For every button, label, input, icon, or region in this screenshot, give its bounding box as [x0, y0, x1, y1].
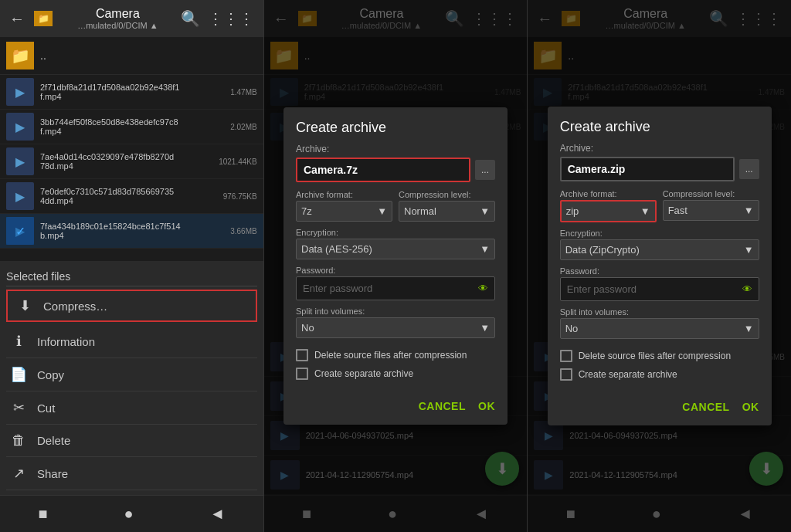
information-label: Information — [37, 335, 95, 348]
share-icon: ↗ — [6, 465, 31, 482]
checkbox-separate-label: Create separate archive — [579, 369, 677, 380]
file-thumb: ▶ — [6, 147, 34, 175]
password-field-row: Enter password 👁 — [296, 276, 495, 300]
action-compress[interactable]: ⬇ Compress… — [6, 290, 257, 322]
eye-icon[interactable]: 👁 — [742, 283, 752, 295]
compression-chevron: ▼ — [480, 205, 490, 217]
encryption-row: Encryption: Data (AES-256) ▼ — [296, 228, 495, 259]
cancel-button[interactable]: CANCEL — [682, 401, 729, 413]
play-icon: ▶ — [15, 154, 25, 169]
action-copy[interactable]: 📄 Copy — [6, 358, 257, 391]
archive-name-input[interactable] — [296, 158, 470, 182]
file-ext: 78d.mp4 — [40, 161, 219, 171]
file-row[interactable]: ▶ 7ae4a0d14cc0329097e478fb8270d 78d.mp4 … — [0, 144, 263, 179]
file-size: 1.47MB — [230, 88, 256, 97]
password-label: Password: — [560, 266, 759, 276]
format-row: Archive format: 7z ▼ Compression level: … — [296, 190, 495, 222]
subtitle-text: …mulated/0/DCIM ▲ — [77, 21, 158, 30]
cancel-button[interactable]: CANCEL — [419, 400, 466, 412]
action-delete[interactable]: 🗑 Delete — [6, 425, 257, 457]
file-row[interactable]: ▶ 3bb744ef50f8ce50d8e438edefc97c8 f.mp4 … — [0, 110, 263, 144]
split-label: Split into volumes: — [296, 307, 495, 316]
checkbox-separate-row[interactable]: Create separate archive — [560, 365, 759, 384]
browse-button[interactable]: ... — [475, 160, 495, 180]
grid-icon[interactable]: ⋮⋮ — [208, 9, 229, 28]
format-row: Archive format: zip ▼ Compression level:… — [560, 189, 759, 222]
archive-name-input[interactable] — [560, 157, 735, 181]
compression-select[interactable]: Normal ▼ — [399, 201, 495, 222]
password-placeholder: Enter password — [303, 283, 372, 294]
delete-icon: 🗑 — [6, 432, 31, 449]
compression-select[interactable]: Fast ▼ — [663, 200, 759, 221]
encryption-select[interactable]: Data (AES-256) ▼ — [296, 239, 495, 259]
panel-2: ← 📁 Camera …mulated/0/DCIM ▲ 🔍 ⋮⋮ ⋮ 📁 ..… — [264, 0, 528, 532]
file-row[interactable]: ▶ 2f71dbf8a21d17d508aa02b92e438f1 f.mp4 … — [0, 75, 263, 110]
file-thumb: ▶ ✓ — [6, 217, 34, 245]
nav-button[interactable]: ◄ — [197, 499, 237, 529]
panel-1: ← 📁 Camera …mulated/0/DCIM ▲ 🔍 ⋮⋮ ⋮ 📁 ..… — [0, 0, 264, 532]
more-icon[interactable]: ⋮ — [236, 9, 257, 28]
eye-icon[interactable]: 👁 — [478, 283, 488, 294]
nav-bar: ■●◄ — [0, 495, 263, 532]
format-select[interactable]: 7z ▼ — [296, 201, 392, 222]
compression-group: Compression level: Fast ▼ — [663, 189, 759, 222]
checkbox-delete-row[interactable]: Delete source files after compression — [296, 346, 495, 364]
format-label: Archive format: — [560, 189, 657, 198]
nav-button[interactable]: ■ — [25, 499, 59, 529]
password-label: Password: — [296, 266, 495, 275]
checkbox-delete[interactable] — [560, 350, 572, 362]
password-placeholder: Enter password — [567, 283, 637, 295]
title-text: Camera — [96, 7, 140, 21]
file-row[interactable]: ▶ 7e0def0c7310c571d83d785669735 4dd.mp4 … — [0, 179, 263, 214]
checkbox-delete-label: Delete source files after compression — [314, 350, 467, 361]
checkbox-delete-row[interactable]: Delete source files after compression — [560, 347, 759, 365]
encryption-label: Encryption: — [296, 228, 495, 237]
share-label: Share — [37, 467, 68, 480]
cut-icon: ✂ — [6, 399, 31, 416]
search-icon[interactable]: 🔍 — [180, 9, 202, 28]
split-select[interactable]: No ▼ — [296, 317, 495, 338]
file-row[interactable]: ▶ ✓ 7faa434b189c01e15824bce81c7f514 b.mp… — [0, 214, 263, 249]
archive-name-row: ... — [296, 158, 495, 182]
create-archive-dialog: Create archive Archive: ... Archive form… — [283, 107, 508, 425]
file-info: 2f71dbf8a21d17d508aa02b92e438f1 f.mp4 — [40, 83, 230, 101]
archive-label: Archive: — [560, 143, 759, 154]
action-share[interactable]: ↗ Share — [6, 457, 257, 490]
file-size: 3.66MB — [230, 227, 256, 236]
checkbox-separate-row[interactable]: Create separate archive — [296, 364, 495, 383]
compress-label: Compress… — [43, 300, 107, 313]
encryption-chevron: ▼ — [480, 243, 490, 255]
encryption-chevron: ▼ — [744, 244, 754, 256]
file-name: 7ae4a0d14cc0329097e478fb8270d — [40, 152, 219, 161]
compression-group: Compression level: Normal ▼ — [399, 190, 495, 222]
split-select[interactable]: No ▼ — [560, 318, 759, 339]
information-icon: ℹ — [6, 333, 31, 350]
encryption-row: Encryption: Data (ZipCrypto) ▼ — [560, 229, 759, 260]
nav-button[interactable]: ● — [111, 499, 145, 529]
folder-row[interactable]: 📁 .. — [0, 37, 263, 75]
dialog-buttons: CANCEL OK — [560, 395, 759, 413]
format-chevron: ▼ — [640, 205, 650, 217]
back-icon[interactable]: ← — [6, 10, 28, 28]
compression-label: Compression level: — [663, 189, 759, 198]
ok-button[interactable]: OK — [478, 400, 495, 412]
file-info: 3bb744ef50f8ce50d8e438edefc97c8 f.mp4 — [40, 117, 230, 136]
checkbox-separate[interactable] — [296, 368, 308, 380]
ok-button[interactable]: OK — [742, 401, 759, 413]
checkbox-separate[interactable] — [560, 368, 572, 381]
encryption-select[interactable]: Data (ZipCrypto) ▼ — [560, 239, 759, 260]
action-information[interactable]: ℹ Information — [6, 325, 257, 358]
checkbox-delete[interactable] — [296, 349, 308, 361]
topbar: ← 📁 Camera …mulated/0/DCIM ▲ 🔍 ⋮⋮ ⋮ — [0, 0, 263, 37]
browse-button[interactable]: ... — [739, 159, 759, 179]
split-label: Split into volumes: — [560, 307, 759, 317]
action-cut[interactable]: ✂ Cut — [6, 391, 257, 425]
selected-label: Selected files — [6, 266, 257, 286]
panel-3: ← 📁 Camera …mulated/0/DCIM ▲ 🔍 ⋮⋮ ⋮ 📁 ..… — [528, 0, 791, 532]
checkbox-delete-label: Delete source files after compression — [579, 351, 731, 361]
play-icon: ▶ — [15, 85, 25, 100]
file-ext: b.mp4 — [40, 231, 230, 240]
format-select[interactable]: zip ▼ — [560, 200, 657, 222]
dialog-overlay: Create archive Archive: ... Archive form… — [528, 0, 791, 532]
file-list: 📁 .. ▶ 2f71dbf8a21d17d508aa02b92e438f1 f… — [0, 37, 263, 261]
